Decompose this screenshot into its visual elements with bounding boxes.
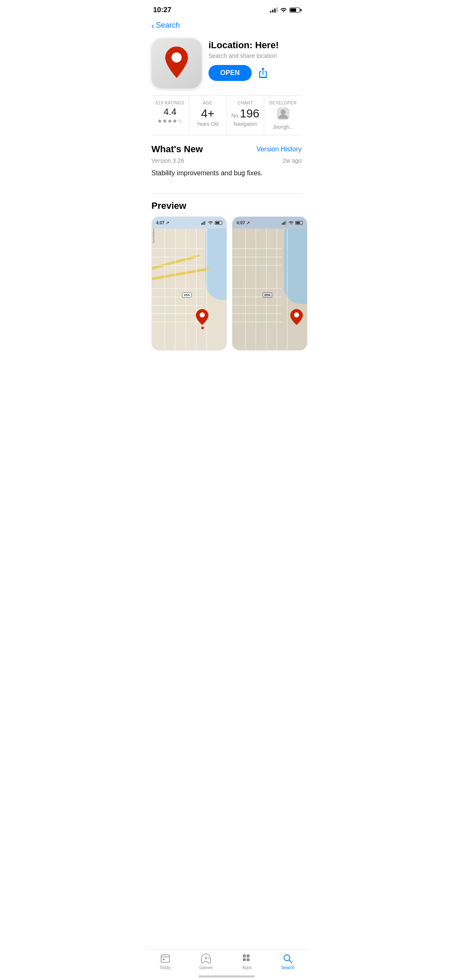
stat-chart: CHART No. 196 Navigation [227,96,265,135]
svg-rect-9 [283,222,284,225]
map-status-bar-1: 4:07 ↗ [152,217,226,229]
chart-number: 196 [240,107,260,120]
app-actions: OPEN [208,65,302,81]
version-meta: Version 3.26 2w ago [151,157,302,164]
chart-value-container: No. 196 [230,107,261,120]
svg-rect-5 [204,221,205,225]
svg-point-2 [281,109,286,114]
signal-icon [270,8,278,13]
stats-row: 519 RATINGS 4.4 ★★★★☆ AGE 4+ Years Old C… [151,95,302,135]
svg-point-12 [294,312,299,317]
svg-rect-11 [286,221,286,225]
app-subtitle: Search and share location [208,52,302,59]
stat-developer: DEVELOPER Jeongh... [264,96,302,135]
open-button[interactable]: OPEN [208,65,252,81]
svg-point-0 [172,52,182,62]
ratings-stars: ★★★★☆ [155,118,185,124]
svg-rect-8 [282,223,283,225]
whats-new-section: What's New Version History Version 3.26 … [145,135,308,185]
back-label: Search [156,21,180,30]
whats-new-title: What's New [151,144,203,155]
app-name: iLocation: Here! [208,40,302,51]
app-icon [151,38,202,88]
app-header: iLocation: Here! Search and share locati… [145,35,308,95]
version-number: Version 3.26 [151,157,184,164]
preview-divider [151,193,302,194]
preview-screenshot-2: 4:07 ↗ [232,216,307,351]
version-history-link[interactable]: Version History [256,146,302,153]
map-preview-1: 4:07 ↗ [152,217,226,350]
developer-icon [268,107,298,123]
map-preview-2: 4:07 ↗ [232,217,307,350]
chart-prefix: No. [231,112,240,119]
ratings-label: 519 RATINGS [155,101,185,105]
ratings-value: 4.4 [155,107,185,117]
preview-scroll[interactable]: 4:07 ↗ [145,216,308,351]
share-button[interactable] [258,68,268,78]
version-date: 2w ago [283,157,302,164]
svg-rect-10 [284,221,285,225]
status-time: 10:27 [153,6,171,14]
developer-name: Jeongh... [268,124,298,130]
share-icon [258,68,268,78]
stat-ratings: 519 RATINGS 4.4 ★★★★☆ [151,96,189,135]
age-sub: Years Old [193,121,223,127]
update-notes: Stability improvements and bug fixes. [151,168,302,178]
status-bar: 10:27 [145,0,308,18]
battery-icon [289,8,300,13]
chart-sub: Navigation [230,121,261,127]
svg-rect-6 [205,221,206,225]
age-value: 4+ [193,107,223,120]
chart-label: CHART [230,101,261,105]
preview-section: Preview 4:07 ↗ [145,185,308,357]
back-button[interactable]: ‹ Search [145,18,308,35]
preview-title: Preview [145,200,308,216]
age-label: AGE [193,101,223,105]
status-icons [270,7,300,13]
preview-screenshot-1: 4:07 ↗ [151,216,227,351]
svg-point-7 [200,312,205,317]
developer-label: DEVELOPER [268,101,298,105]
app-info: iLocation: Here! Search and share locati… [208,38,302,81]
stat-age: AGE 4+ Years Old [189,96,227,135]
app-icon-svg [160,44,193,82]
wifi-icon [280,7,287,13]
map-status-bar-2: 4:07 ↗ [232,217,307,229]
chevron-left-icon: ‹ [151,21,154,30]
svg-rect-3 [201,223,202,225]
whats-new-header: What's New Version History [151,144,302,155]
svg-rect-4 [203,222,203,225]
